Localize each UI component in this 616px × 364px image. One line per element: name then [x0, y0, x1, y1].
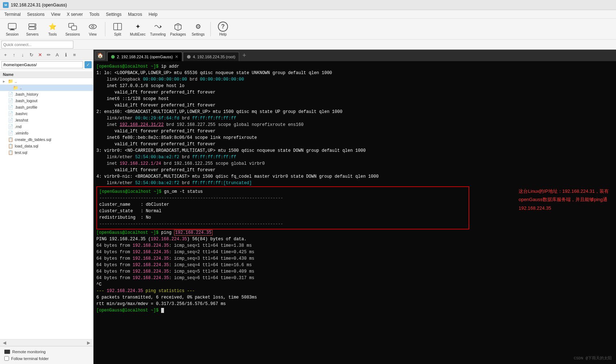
toolbar-view-label: View	[89, 32, 97, 36]
tab-label-1: 2. 192.168.224.31 (openGauss)	[117, 55, 173, 59]
scroll-right-icon[interactable]: ▶	[87, 340, 90, 345]
sidebar-btn-add[interactable]: +	[1, 51, 9, 59]
sidebar-btn-rename[interactable]: ✏	[45, 51, 53, 59]
tree-item-label: .bashrc	[15, 112, 28, 116]
toolbar-tunneling-label: Tunneling	[150, 32, 166, 36]
file-icon: 📄	[8, 124, 13, 129]
toolbar: Session Servers ⭐ Tools Sessions View Sp…	[0, 19, 616, 40]
scroll-left-icon[interactable]: ◀	[3, 340, 6, 345]
menu-macros[interactable]: Macros	[125, 11, 145, 18]
svg-point-4	[35, 24, 36, 26]
main-layout: + ↑ ↓ ↻ ✕ ✏ A ℹ ≡ ✓ Name ▶ 📁 .. 📁 ..	[0, 50, 616, 364]
tree-item-label: test.sql	[15, 150, 27, 155]
tab-add-button[interactable]: +	[240, 51, 248, 60]
sidebar-btn-delete[interactable]: ✕	[36, 51, 44, 59]
toolbar-help[interactable]: ? Help	[214, 20, 232, 38]
sidebar-btn-info[interactable]: ℹ	[62, 51, 70, 59]
menu-settings[interactable]: Settings	[103, 11, 124, 18]
toolbar-tools-label: Tools	[48, 32, 56, 36]
toolbar-servers-label: Servers	[26, 32, 38, 36]
terminal-area: 🏠 2. 192.168.224.31 (openGauss) ✕ 4. 192…	[93, 50, 616, 364]
gsnom-section: [openGauss@localhost ~]$ gs_om -t status…	[96, 186, 613, 229]
tree-item-bash-profile[interactable]: 📄 .bash_profile	[0, 104, 93, 110]
menu-terminal[interactable]: Terminal	[1, 11, 23, 18]
settings-icon: ⚙	[193, 22, 203, 32]
toolbar-separator-2	[210, 22, 211, 36]
menu-sessions[interactable]: Sessions	[24, 11, 47, 18]
file-icon: 📄	[8, 111, 13, 116]
menu-tools[interactable]: Tools	[87, 11, 102, 18]
session-icon	[7, 22, 17, 32]
menu-xserver[interactable]: X server	[64, 11, 86, 18]
tree-item-rnd[interactable]: 📄 .rnd	[0, 123, 93, 130]
tab-root[interactable]: 4. 192.168.224.35 (root)	[183, 52, 239, 61]
path-input[interactable]	[1, 61, 83, 68]
help-icon: ?	[218, 22, 228, 32]
file-tree-header: Name	[0, 71, 93, 78]
servers-icon	[27, 22, 37, 32]
sidebar-btn-more[interactable]: ≡	[70, 51, 78, 59]
tab-home-button[interactable]: 🏠	[95, 51, 105, 60]
svg-rect-0	[8, 23, 16, 29]
toolbar-tunneling[interactable]: Tunneling	[149, 20, 167, 38]
toolbar-servers[interactable]: Servers	[23, 20, 42, 38]
toolbar-settings[interactable]: ⚙ Settings	[189, 20, 207, 38]
toolbar-session-label: Session	[6, 32, 19, 36]
toolbar-split-label: Split	[114, 32, 121, 36]
tree-item-label: .rnd	[15, 124, 22, 129]
tree-item-bashrc[interactable]: 📄 .bashrc	[0, 110, 93, 117]
sidebar-scroll-arrows: ◀ ▶	[0, 339, 93, 346]
tree-item-test-sql[interactable]: 📋 test.sql	[0, 149, 93, 156]
tree-item-create-db[interactable]: 📋 create_db_tables.sql	[0, 136, 93, 143]
view-icon	[88, 22, 98, 32]
tree-item-label: create_db_tables.sql	[15, 137, 51, 142]
tab-opengauss[interactable]: 2. 192.168.224.31 (openGauss) ✕	[107, 52, 182, 61]
sidebar-btn-newfile[interactable]: A	[53, 51, 61, 59]
remote-monitoring-button[interactable]: Remote monitoring	[3, 349, 90, 355]
file-icon: 📄	[8, 98, 13, 103]
quick-connect-input[interactable]	[1, 41, 73, 49]
toolbar-help-label: Help	[219, 32, 227, 36]
window-title: 192.168.224.31 (openGauss)	[11, 3, 67, 8]
toolbar-multiexec-label: MultiExec	[130, 32, 145, 36]
tree-item-lesshst[interactable]: 📄 .lesshst	[0, 117, 93, 123]
menu-help[interactable]: Help	[146, 11, 160, 18]
sql-icon: 📋	[8, 137, 13, 142]
toolbar-multiexec[interactable]: ✦ MultiExec	[128, 20, 147, 38]
sidebar-toolbar: + ↑ ↓ ↻ ✕ ✏ A ℹ ≡	[0, 50, 93, 60]
toolbar-sessions[interactable]: Sessions	[63, 20, 82, 38]
svg-point-9	[89, 24, 96, 29]
file-icon: 📄	[8, 118, 13, 123]
sidebar-btn-download[interactable]: ↓	[19, 51, 27, 59]
title-bar: M 192.168.224.31 (openGauss)	[0, 0, 616, 10]
app-icon: M	[3, 2, 9, 8]
toolbar-split[interactable]: Split	[108, 20, 127, 38]
svg-point-6	[35, 28, 36, 29]
tree-item-viminfo[interactable]: 📄 .viminfo	[0, 130, 93, 136]
sidebar-btn-refresh[interactable]: ↻	[27, 51, 35, 59]
tree-item-bash-history[interactable]: 📄 .bash_history	[0, 91, 93, 97]
toolbar-separator-1	[105, 22, 105, 36]
toolbar-view[interactable]: View	[83, 20, 102, 38]
sql-icon: 📋	[8, 144, 13, 149]
terminal-content[interactable]: [openGauss@localhost ~]$ ip addr 1: lo: …	[93, 61, 616, 364]
tree-item-bash-logout[interactable]: 📄 .bash_logout	[0, 97, 93, 104]
follow-terminal-checkbox[interactable]	[4, 356, 9, 361]
tools-icon: ⭐	[47, 22, 58, 32]
tree-item-current[interactable]: 📁 ..	[0, 85, 93, 91]
toolbar-tools[interactable]: ⭐ Tools	[43, 20, 62, 38]
toolbar-session[interactable]: Session	[3, 20, 22, 38]
svg-rect-1	[11, 29, 14, 29]
file-icon: 📄	[8, 131, 13, 136]
multiexec-icon: ✦	[133, 22, 143, 32]
tree-item-dotdot[interactable]: ▶ 📁 ..	[0, 78, 93, 85]
sidebar-btn-upload[interactable]: ↑	[10, 51, 18, 59]
quick-connect-bar	[0, 40, 616, 50]
tree-item-load-data[interactable]: 📋 load_data.sql	[0, 143, 93, 149]
svg-rect-8	[72, 26, 77, 30]
tree-item-label: .lesshst	[15, 118, 28, 122]
toolbar-packages[interactable]: Packages	[169, 20, 187, 38]
path-confirm-button[interactable]: ✓	[85, 61, 92, 68]
tab-close-1[interactable]: ✕	[175, 55, 178, 59]
menu-view[interactable]: View	[48, 11, 63, 18]
